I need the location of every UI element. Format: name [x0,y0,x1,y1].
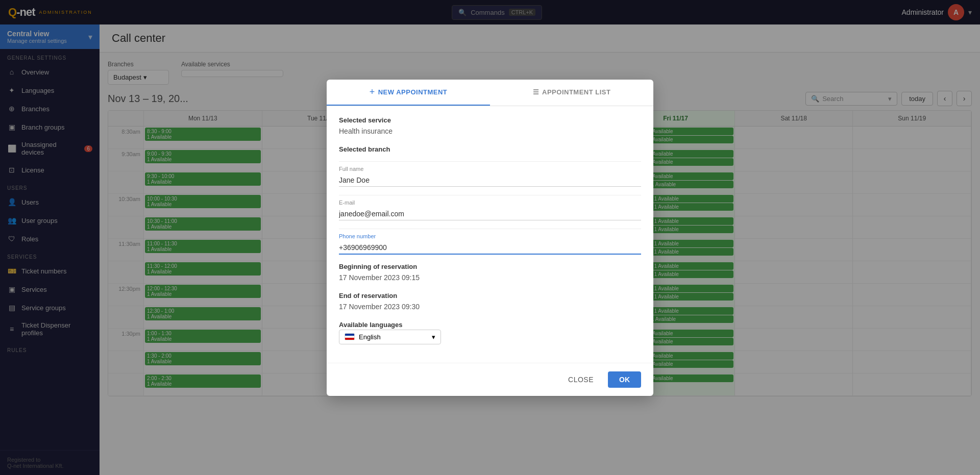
fullname-input[interactable] [339,174,641,187]
plus-icon: + [370,87,375,97]
selected-service-label: Selected service [339,116,641,124]
fullname-group: Full name [339,166,641,187]
phone-input[interactable] [339,241,641,255]
selected-service-value: Health insurance [339,125,641,137]
phone-group: Phone number [339,233,641,255]
modal-body: Selected service Health insurance Select… [327,106,653,363]
tab-new-appointment[interactable]: + NEW APPOINTMENT [327,80,490,106]
language-select[interactable]: English ▾ [339,330,441,344]
email-group: E-mail [339,199,641,220]
languages-group: Available languages English ▾ [339,321,641,344]
selected-service-group: Selected service Health insurance [339,116,641,137]
language-value: English [359,333,381,341]
beginning-value: 17 November 2023 09:15 [339,271,641,284]
selected-branch-label: Selected branch [339,145,641,153]
list-icon: ☰ [533,88,540,96]
ok-button[interactable]: OK [608,371,641,388]
email-label: E-mail [339,199,641,206]
fullname-label: Full name [339,166,641,172]
appointment-modal: + NEW APPOINTMENT ☰ APPOINTMENT LIST Sel… [327,80,653,396]
end-label: End of reservation [339,292,641,299]
divider [339,161,641,162]
flag-icon [345,333,355,340]
modal-tabs: + NEW APPOINTMENT ☰ APPOINTMENT LIST [327,80,653,106]
close-button[interactable]: CLOSE [559,371,603,388]
chevron-down-icon: ▾ [432,333,435,341]
phone-label: Phone number [339,233,641,239]
beginning-group: Beginning of reservation 17 November 202… [339,263,641,284]
end-group: End of reservation 17 November 2023 09:3… [339,292,641,313]
tab-appointment-list[interactable]: ☰ APPOINTMENT LIST [490,80,653,106]
modal-actions: CLOSE OK [327,363,653,396]
modal-overlay: + NEW APPOINTMENT ☰ APPOINTMENT LIST Sel… [0,0,980,475]
end-value: 17 November 2023 09:30 [339,301,641,313]
languages-label: Available languages [339,321,641,329]
divider [339,229,641,229]
selected-branch-group: Selected branch [339,145,641,153]
divider [339,195,641,195]
email-input[interactable] [339,208,641,220]
beginning-label: Beginning of reservation [339,263,641,270]
